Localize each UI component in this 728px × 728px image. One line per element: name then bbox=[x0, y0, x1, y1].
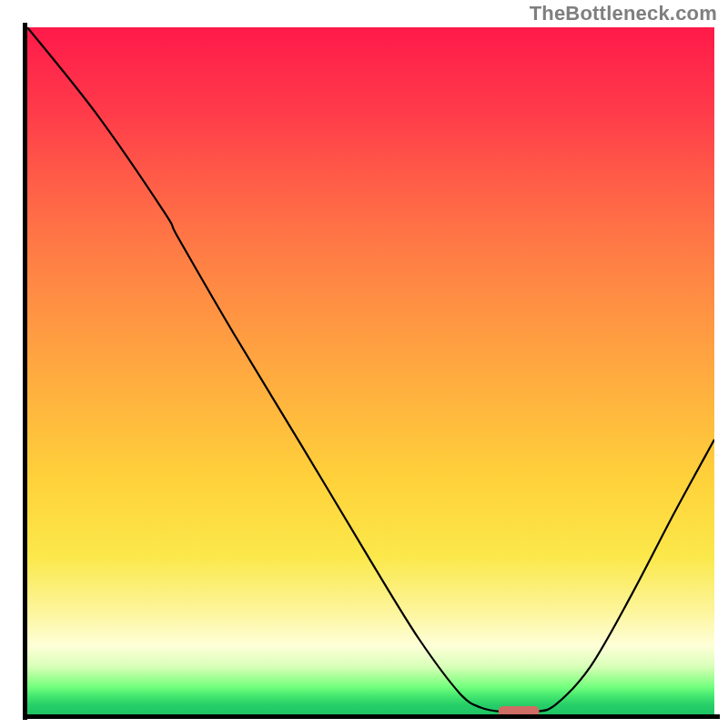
chart-svg bbox=[27, 27, 714, 714]
bottleneck-curve bbox=[27, 27, 714, 713]
chart-gradient-area bbox=[27, 27, 714, 714]
minimum-marker bbox=[499, 706, 540, 714]
y-axis-line bbox=[23, 23, 27, 720]
attribution-text: TheBottleneck.com bbox=[530, 2, 717, 25]
x-axis-line bbox=[23, 714, 720, 719]
